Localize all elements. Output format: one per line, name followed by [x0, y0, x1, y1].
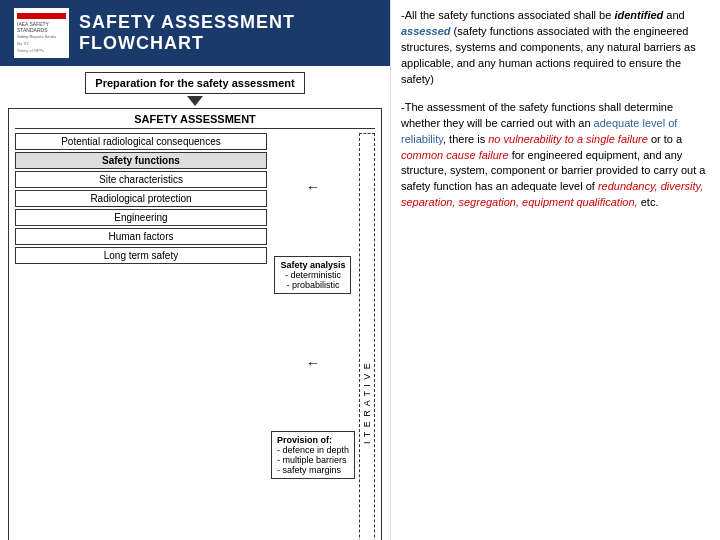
- prep-box: Preparation for the safety assessment: [85, 72, 305, 94]
- provision-title: Provision of:: [277, 435, 349, 445]
- main-content: Preparation for the safety assessment SA…: [0, 66, 390, 540]
- analysis-prob: - probabilistic: [280, 280, 345, 290]
- highlight-red-list: redundancy, diversity, separation, segre…: [401, 180, 703, 208]
- safety-assessment-container: SAFETY ASSESSMENT Potential radiological…: [8, 108, 382, 540]
- provision-3: - safety margins: [277, 465, 349, 475]
- analysis-title: Safety analysis: [280, 260, 345, 270]
- long-term-box: Long term safety: [15, 247, 267, 264]
- right-text-block-2: -The assessment of the safety functions …: [401, 100, 710, 212]
- site-char-box: Site characteristics: [15, 171, 267, 188]
- right-text-block-1: -All the safety functions associated sha…: [401, 8, 710, 88]
- arrow-down-prep: [187, 96, 203, 106]
- rad-prot-box: Radiological protection: [15, 190, 267, 207]
- iterative-label: I T E R A T I V E: [359, 133, 375, 540]
- human-factors-box: Human factors: [15, 228, 267, 245]
- provision-box: Provision of: - defence in depth - multi…: [271, 431, 355, 479]
- sa-right: I T E R A T I V E: [359, 133, 375, 540]
- arrow-left-2: ←: [306, 355, 320, 371]
- safety-assessment-title: SAFETY ASSESSMENT: [15, 113, 375, 129]
- highlight-no-vuln: no vulnerability to a single failure: [488, 133, 648, 145]
- provision-1: - defence in depth: [277, 445, 349, 455]
- right-panel: -All the safety functions associated sha…: [390, 0, 720, 540]
- highlight-common-cause: common cause failure: [401, 149, 509, 161]
- highlight-assessed: assessed: [401, 25, 451, 37]
- sa-left: Potential radiological consequences Safe…: [15, 133, 267, 540]
- engineering-box: Engineering: [15, 209, 267, 226]
- page-title: SAFETY ASSESSMENT FLOWCHART: [79, 12, 376, 54]
- left-panel: IAEA SAFETY STANDARDS Safety Reports Ser…: [0, 0, 390, 540]
- arrow-left-1: ←: [306, 179, 320, 195]
- highlight-identified: identified: [614, 9, 663, 21]
- analysis-box: Safety analysis - deterministic - probab…: [274, 256, 351, 294]
- safety-functions-box: Safety functions: [15, 152, 267, 169]
- sa-middle: ← Safety analysis - deterministic - prob…: [271, 133, 355, 540]
- header: IAEA SAFETY STANDARDS Safety Reports Ser…: [0, 0, 390, 66]
- provision-2: - multiple barriers: [277, 455, 349, 465]
- logo-placeholder: IAEA SAFETY STANDARDS Safety Reports Ser…: [14, 8, 69, 58]
- potential-rad-box: Potential radiological consequences: [15, 133, 267, 150]
- analysis-det: - deterministic: [280, 270, 345, 280]
